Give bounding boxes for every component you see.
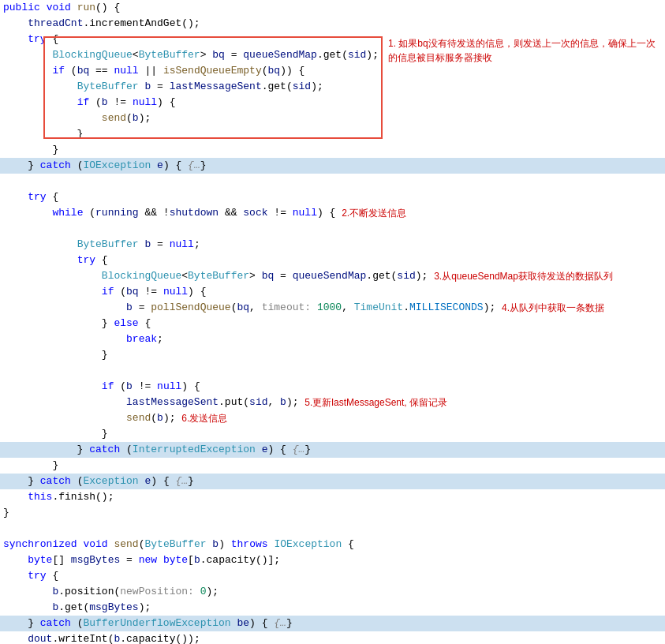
code-line: [0, 174, 665, 189]
code-line: try {: [0, 253, 665, 268]
annotation-1: 1. 如果bq没有待发送的信息，则发送上一次的信息，确保上一次 的信息被目标服务…: [388, 36, 656, 65]
code-line: byte[] msgBytes = new byte[b.capacity()]…: [0, 552, 665, 568]
code-line: [0, 521, 665, 537]
code-line: if (b != null) {: [0, 379, 665, 395]
code-line: send(b); 6.发送信息: [0, 410, 665, 426]
code-line: try {: [0, 189, 665, 205]
code-line: }: [0, 142, 665, 158]
code-line: } else {: [0, 316, 665, 331]
code-line: }: [0, 126, 665, 142]
code-line: if (bq == null || isSendQueueEmpty(bq)) …: [0, 63, 665, 79]
code-line: }: [0, 505, 665, 521]
code-line: send(b);: [0, 110, 665, 126]
code-line: try {: [0, 568, 665, 584]
code-line-catch4: } catch (BufferUnderflowException be) { …: [0, 616, 665, 631]
code-line: ByteBuffer b = lastMessageSent.get(sid);: [0, 79, 665, 95]
code-line: while (running && !shutdown && sock != n…: [0, 205, 665, 221]
code-line: [0, 221, 665, 237]
code-line: if (b != null) {: [0, 95, 665, 110]
code-line: }: [0, 426, 665, 442]
code-line: if (bq != null) {: [0, 284, 665, 300]
code-line-catch3: } catch (Exception e) { {…}: [0, 474, 665, 489]
code-line: }: [0, 458, 665, 474]
code-line: }: [0, 347, 665, 363]
code-line: b.position(newPosition: 0);: [0, 584, 665, 600]
code-line: break;: [0, 331, 665, 347]
code-line: synchronized void send(ByteBuffer b) thr…: [0, 537, 665, 552]
code-line: dout.writeInt(b.capacity());: [0, 631, 665, 644]
code-line: [0, 363, 665, 379]
code-line: ByteBuffer b = null;: [0, 237, 665, 253]
code-editor: 1. 如果bq没有待发送的信息，则发送上一次的信息，确保上一次 的信息被目标服务…: [0, 0, 665, 644]
code-line: lastMessageSent.put(sid, b); 5.更新lastMes…: [0, 395, 665, 410]
code-line: b.get(msgBytes);: [0, 600, 665, 616]
code-line: threadCnt.incrementAndGet();: [0, 16, 665, 32]
code-line-catch2: } catch (InterruptedException e) { {…}: [0, 442, 665, 458]
code-line: BlockingQueue<ByteBuffer> bq = queueSend…: [0, 268, 665, 284]
code-line-catch1: } catch (IOException e) { {…}: [0, 158, 665, 174]
code-line: public void run() {: [0, 0, 665, 16]
code-line: this.finish();: [0, 489, 665, 505]
code-line: b = pollSendQueue(bq, timeout: 1000, Tim…: [0, 300, 665, 316]
